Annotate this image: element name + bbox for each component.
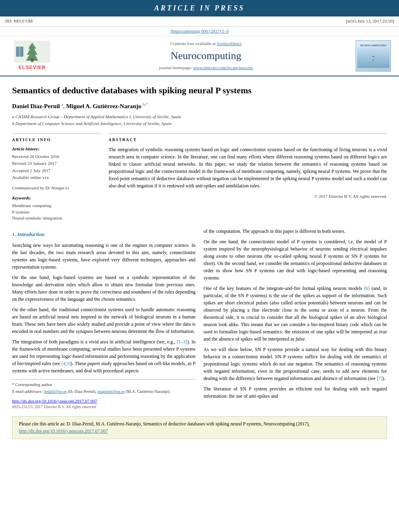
ref-1-3-link[interactable]: [1–3]: [177, 339, 187, 345]
elsevier-logo-svg: [14, 41, 50, 63]
journal-thumbnail: NEUROCOMPUTING: [356, 40, 391, 72]
article-in-press-banner: ARTICLE IN PRESS: [0, 0, 399, 16]
ref-7-link[interactable]: [7]: [377, 376, 383, 381]
top-meta-bar: JID: NEUCOM [m5G;July 13, 2017;22:50]: [0, 16, 399, 26]
header-section: ELSEVIER Contents lists available at Sci…: [0, 36, 399, 76]
right-para-1: of the computation. The approach in this…: [204, 228, 387, 235]
elsevier-wordmark: ELSEVIER: [19, 64, 45, 71]
email-2-link[interactable]: magutier@us.es: [97, 389, 125, 394]
right-para-2: On the one hand, the connectionist model…: [204, 238, 387, 281]
journal-info-row: Neurocomputing 000 (2017) 1–9: [0, 27, 399, 36]
affiliation-b: b Department of Computer Science and Art…: [12, 121, 387, 127]
keyword-2: P systems: [12, 209, 101, 215]
journal-volume-link[interactable]: Neurocomputing 000 (2017) 1–9: [170, 29, 228, 33]
main-content: Semantics of deductive databases with sp…: [0, 76, 399, 447]
intro-para-1: Searching new ways for automating reason…: [12, 242, 195, 271]
col-right: of the computation. The approach in this…: [204, 228, 387, 410]
article-info-column: ARTICLE INFO Article history: Received 2…: [12, 134, 101, 222]
affiliation-a: a CATAM Research Group – Department of A…: [12, 114, 387, 120]
abstract-text: The integration of symbolic reasoning sy…: [109, 146, 387, 189]
copyright-line: © 2017 Elsevier B.V. All rights reserved…: [109, 193, 387, 199]
communicated-by: Communicated by Dr Hongyi Li: [12, 185, 101, 191]
intro-para-4: The integration of both paradigms is a v…: [12, 338, 195, 374]
right-para-5: The literature of SN P system provides a…: [204, 385, 387, 400]
article-title: Semantics of deductive databases with sp…: [12, 84, 387, 97]
journal-title-center: Contents lists available at ScienceDirec…: [56, 41, 356, 71]
col-left: 1. Introduction Searching new ways for a…: [12, 228, 195, 410]
doi-link[interactable]: http://dx.doi.org/10.1016/j.neucom.2017.…: [12, 398, 97, 403]
footnote-star: * Corresponding author: [12, 382, 195, 388]
journal-homepage: journal homepage: www.elsevier.com/locat…: [56, 65, 356, 71]
abstract-header: ABSTRACT: [109, 137, 387, 143]
citation-box: Please cite this article as: D. Díaz-Per…: [12, 416, 387, 439]
keywords-label: Keywords:: [12, 195, 101, 201]
affiliations: a CATAM Research Group – Department of A…: [12, 114, 387, 127]
citation-text: Please cite this article as: D. Díaz-Per…: [19, 421, 310, 426]
keyword-3: Neural-symbolic integration: [12, 215, 101, 221]
sciencedirect-link[interactable]: ScienceDirect: [217, 41, 242, 46]
abstract-column: ABSTRACT The integration of symbolic rea…: [109, 134, 387, 222]
section1-heading: 1. Introduction: [12, 231, 195, 238]
accepted-date: Accepted 2 July 2017: [12, 168, 101, 174]
jid-label: JID: NEUCOM: [5, 18, 33, 24]
intro-para-3: On the other hand, the traditional conne…: [12, 306, 195, 335]
article-body: ARTICLE INFO Article history: Received 2…: [12, 134, 387, 222]
article-info-header: ARTICLE INFO: [12, 137, 101, 143]
build-info: [m5G;July 13, 2017;22:50]: [346, 18, 394, 24]
citation-doi-link[interactable]: http://dx.doi.org/10.1016/j.neucom.2017.…: [19, 429, 108, 433]
right-para-4: As we will show below, SN P systems prov…: [204, 346, 387, 382]
journal-name: Neurocomputing: [56, 49, 356, 63]
ref-6-link[interactable]: [6]: [364, 286, 370, 291]
available-date: Available online xxx: [12, 175, 101, 181]
footnote-emails: E-mail addresses: sbdani@us.es (D. Díaz-…: [12, 389, 195, 395]
revised-date: Revised 23 January 2017: [12, 160, 101, 166]
email-1-link[interactable]: sbdani@us.es: [43, 389, 67, 394]
elsevier-logo: ELSEVIER: [8, 41, 56, 71]
issn-line: 0925-2312/© 2017 Elsevier B.V. All right…: [12, 404, 195, 410]
authors-line: Daniel Díaz-Pernil a, Miguel A. Gutiérre…: [12, 102, 387, 111]
keyword-1: Membrane computing: [12, 203, 101, 209]
doi-line: http://dx.doi.org/10.1016/j.neucom.2017.…: [12, 398, 195, 404]
two-col-body: 1. Introduction Searching new ways for a…: [12, 228, 387, 410]
footnote-area: * Corresponding author E-mail addresses:…: [12, 379, 195, 395]
history-label: Article history:: [12, 146, 101, 152]
contents-line: Contents lists available at ScienceDirec…: [56, 41, 356, 47]
intro-para-2: On the one hand, logic-based systems are…: [12, 274, 195, 303]
received-date: Received 20 October 2016: [12, 154, 101, 160]
right-para-3: One of the key features of the integrate…: [204, 285, 387, 343]
ref-4-5-link[interactable]: [4,5]: [62, 361, 71, 366]
homepage-link[interactable]: www.elsevier.com/locate/neucom: [193, 65, 253, 70]
svg-rect-2: [31, 59, 33, 62]
